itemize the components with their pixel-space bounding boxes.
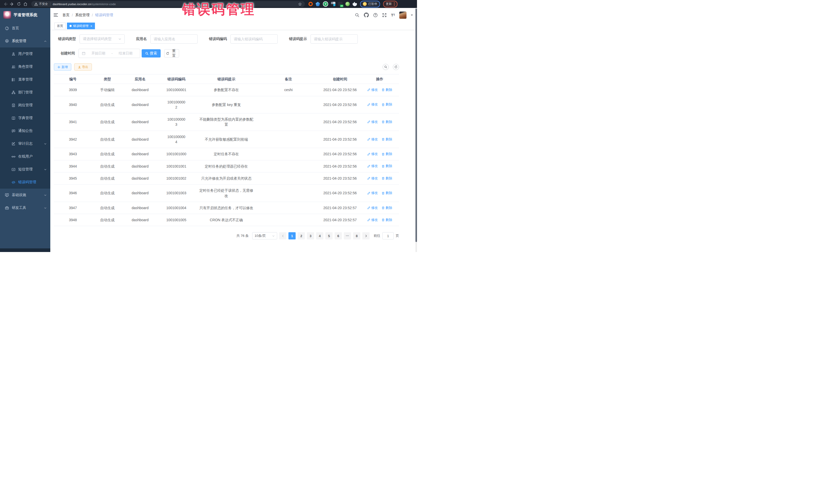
add-button[interactable]: 新增 xyxy=(54,63,71,70)
edit-link[interactable]: 修改 xyxy=(367,205,378,211)
edit-link[interactable]: 修改 xyxy=(367,191,378,196)
close-tab-icon[interactable]: × xyxy=(90,24,92,28)
goto-page-input[interactable] xyxy=(382,232,394,239)
user-avatar[interactable] xyxy=(399,12,407,19)
page-size-select[interactable]: 10条/页 xyxy=(252,232,277,239)
breadcrumb-system[interactable]: 系统管理 xyxy=(75,13,90,18)
edit-pencil-icon xyxy=(367,88,370,91)
page-button[interactable]: 2 xyxy=(298,232,305,239)
sidebar-item-audit-log[interactable]: 审计日志 xyxy=(0,137,50,150)
sidebar-item-dictionary[interactable]: 字典管理 xyxy=(0,112,50,125)
sidebar-item-notices[interactable]: 通知公告 xyxy=(0,125,50,137)
search-icon[interactable] xyxy=(355,13,359,18)
page-scrollbar[interactable] xyxy=(415,8,417,252)
sidebar-item-home[interactable]: 首页 xyxy=(0,22,50,35)
sidebar-item-online-users[interactable]: 在线用户 xyxy=(0,150,50,163)
delete-link[interactable]: 删除 xyxy=(381,218,392,222)
sidebar-item-error-code[interactable]: 错误码管理 xyxy=(0,176,50,189)
sidebar-item-departments[interactable]: 部门管理 xyxy=(0,86,50,99)
error-type-select[interactable]: 请选择错误码类型 xyxy=(80,35,125,44)
app-logo[interactable]: 芋道管理系统 xyxy=(0,8,50,22)
next-page-button[interactable] xyxy=(363,232,370,239)
toggle-search-button[interactable] xyxy=(382,64,389,70)
search-button[interactable]: 搜索 xyxy=(142,49,161,58)
page-button[interactable]: 4 xyxy=(316,232,323,239)
extension-icon-2[interactable] xyxy=(316,2,320,6)
extension-icon-1[interactable] xyxy=(308,2,313,6)
github-icon[interactable] xyxy=(364,13,369,18)
edit-link[interactable]: 修改 xyxy=(367,152,378,156)
edit-link[interactable]: 修改 xyxy=(367,137,378,142)
app-name-label: 应用名 xyxy=(136,37,147,41)
edit-link[interactable]: 修改 xyxy=(367,102,378,107)
cell-app: dashboard xyxy=(123,84,157,96)
browser-menu-icon[interactable] xyxy=(394,2,395,6)
prev-page-button[interactable] xyxy=(279,232,286,239)
column-header-code: 错误码编码 xyxy=(157,74,195,84)
delete-link[interactable]: 删除 xyxy=(381,164,392,169)
tab-error-code[interactable]: 错误码管理 × xyxy=(67,23,95,29)
profile-chip[interactable]: 已暂停 xyxy=(360,1,380,7)
hamburger-icon[interactable] xyxy=(53,13,58,18)
page-button[interactable]: 8 xyxy=(353,232,360,239)
edit-pencil-icon xyxy=(367,103,370,106)
cell-message: 定时任务已经处于该状态，无需修改 xyxy=(195,184,257,202)
scrollbar-thumb[interactable] xyxy=(415,8,417,242)
page-button[interactable]: 3 xyxy=(307,232,314,239)
sidebar-item-users[interactable]: 用户管理 xyxy=(0,47,50,60)
edit-pencil-icon xyxy=(367,138,370,141)
sidebar-item-sms[interactable]: 短信管理 xyxy=(0,163,50,176)
error-message-input[interactable] xyxy=(310,35,358,44)
font-size-icon[interactable]: TT xyxy=(391,13,395,17)
edit-link[interactable]: 修改 xyxy=(367,119,378,125)
refresh-table-button[interactable] xyxy=(393,64,399,70)
sidebar-item-posts[interactable]: 岗位管理 xyxy=(0,99,50,112)
sidebar-item-menus[interactable]: 菜单管理 xyxy=(0,73,50,86)
extension-icon-5[interactable] xyxy=(338,2,343,6)
user-menu-caret-icon[interactable] xyxy=(411,15,413,17)
delete-link[interactable]: 删除 xyxy=(381,137,392,142)
breadcrumb-home[interactable]: 首页 xyxy=(62,13,69,18)
sidebar-item-system[interactable]: 系统管理 xyxy=(0,35,50,47)
browser-reload-icon[interactable] xyxy=(15,1,22,7)
page-button[interactable]: 5 xyxy=(325,232,333,239)
export-button[interactable]: 导出 xyxy=(74,63,92,70)
app-name-input[interactable] xyxy=(150,35,198,44)
filter-form-row-2: 创建时间 开始日期 - 结束日期 搜索 重置 xyxy=(54,49,399,58)
delete-link[interactable]: 删除 xyxy=(381,88,392,92)
delete-link[interactable]: 删除 xyxy=(381,119,392,125)
sidebar-item-dev-tools[interactable]: 研发工具 xyxy=(0,201,50,214)
page-button[interactable]: 1 xyxy=(288,232,295,239)
help-icon[interactable] xyxy=(373,13,378,18)
reset-button[interactable]: 重置 xyxy=(164,49,179,58)
page-button[interactable]: ••• xyxy=(344,232,351,239)
edit-link[interactable]: 修改 xyxy=(367,218,378,222)
fullscreen-icon[interactable] xyxy=(382,13,387,18)
delete-link[interactable]: 删除 xyxy=(381,205,392,211)
delete-link[interactable]: 删除 xyxy=(381,191,392,196)
extension-icon-6[interactable] xyxy=(345,2,350,6)
browser-home-icon[interactable] xyxy=(22,1,29,7)
page-button[interactable]: 6 xyxy=(335,232,342,239)
extension-icon-4[interactable] xyxy=(331,2,335,6)
delete-link[interactable]: 删除 xyxy=(381,102,392,107)
edit-link[interactable]: 修改 xyxy=(367,88,378,92)
extension-icon-3[interactable]: V xyxy=(323,1,328,7)
error-code-input[interactable] xyxy=(231,35,278,44)
address-bar[interactable]: 不安全 dashboard.yudao.iocoder.cn/system/er… xyxy=(31,1,305,7)
bookmark-star-icon[interactable] xyxy=(298,2,302,6)
date-range-picker[interactable]: 开始日期 - 结束日期 xyxy=(79,49,140,58)
edit-link[interactable]: 修改 xyxy=(367,164,378,169)
sidebar-item-roles[interactable]: 角色管理 xyxy=(0,60,50,73)
browser-forward-icon[interactable] xyxy=(9,1,15,7)
tab-home[interactable]: 首页 xyxy=(54,23,66,29)
browser-back-icon[interactable] xyxy=(2,1,9,7)
delete-link[interactable]: 删除 xyxy=(381,152,392,156)
delete-link[interactable]: 删除 xyxy=(381,176,392,181)
extension-puzzle-icon[interactable] xyxy=(353,2,357,6)
sidebar-item-infrastructure[interactable]: 基础设施 xyxy=(0,189,50,201)
sidebar-collapse-bar[interactable] xyxy=(0,248,50,252)
cell-id: 3941 xyxy=(54,113,92,131)
edit-link[interactable]: 修改 xyxy=(367,176,378,181)
browser-update-button[interactable]: 更新 xyxy=(383,1,397,7)
